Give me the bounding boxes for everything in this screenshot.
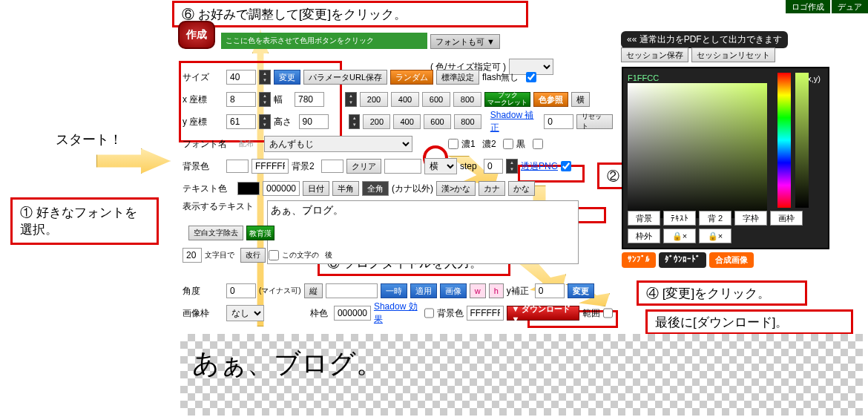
create-button[interactable]: 作成 — [178, 21, 215, 49]
apply-button[interactable]: 適用 — [410, 283, 437, 298]
n200b[interactable]: 200 — [363, 114, 390, 129]
flash-checkbox[interactable] — [526, 72, 536, 82]
thischar-label: この文字の — [282, 250, 322, 260]
n200a[interactable]: 200 — [360, 92, 388, 107]
angle-input[interactable] — [226, 283, 256, 298]
orange-pill-2[interactable]: 合成画像 — [709, 252, 754, 268]
color-hint-bar: ここに色を表示させて色用ボタンをクリック — [221, 33, 427, 49]
black-pill[interactable]: ﾀﾞｳﾝﾛｰﾄﾞ — [659, 252, 706, 268]
yoko-button[interactable]: 横 — [571, 92, 590, 107]
scope-checkbox[interactable] — [603, 308, 613, 318]
bg2-hex-input[interactable] — [384, 159, 421, 174]
n600b[interactable]: 600 — [424, 114, 451, 129]
picker-bg2-button[interactable]: 背 2 — [699, 211, 731, 226]
orange-pill-1[interactable]: ｻﾝﾌﾟﾙ — [622, 252, 656, 268]
trans-png-checkbox[interactable] — [561, 161, 571, 171]
random-button[interactable]: ランダム — [390, 70, 433, 85]
black-checkbox[interactable] — [533, 139, 543, 149]
edu-kanji-button[interactable]: 教育漢 — [246, 226, 274, 240]
height-label: 高さ — [274, 116, 296, 128]
picker-text-button[interactable]: ﾃｷｽﾄ — [663, 211, 696, 226]
bg2-swatch[interactable] — [321, 160, 343, 173]
n600a[interactable]: 600 — [422, 92, 450, 107]
picker-hue[interactable] — [777, 73, 791, 208]
std-button[interactable]: 標準設定 — [436, 70, 479, 85]
size-input[interactable] — [226, 70, 256, 85]
w-spinner[interactable] — [345, 92, 357, 107]
bg-swatch[interactable] — [226, 160, 249, 173]
textcolor-swatch[interactable] — [237, 182, 260, 195]
h-button[interactable]: h — [489, 283, 504, 298]
n400a[interactable]: 400 — [391, 92, 419, 107]
kana3-button[interactable]: かな — [508, 181, 535, 196]
picker-charframe-button[interactable]: 字枠 — [734, 211, 767, 226]
n800a[interactable]: 800 — [453, 92, 481, 107]
download-button[interactable]: ▼ ダウンロード ▼ — [507, 306, 579, 321]
font-mo-button[interactable]: フォントも可 ▼ — [430, 34, 500, 49]
color-ref-button[interactable]: 色参照 — [533, 92, 568, 107]
change-button-main[interactable]: 変更 — [568, 283, 594, 298]
picker-lock2-button[interactable]: 🔒× — [699, 229, 731, 243]
bgcolor2-input[interactable] — [467, 306, 504, 321]
session-save-button[interactable]: セッション保存 — [621, 47, 688, 62]
kan-kana-button[interactable]: 漢>かな — [436, 181, 476, 196]
n800b[interactable]: 800 — [454, 114, 481, 129]
num-input[interactable] — [183, 248, 202, 263]
image-button[interactable]: 画像 — [440, 283, 467, 298]
n400b[interactable]: 400 — [393, 114, 421, 129]
picker-bg-button[interactable]: 背景 — [628, 211, 660, 226]
shadow-effect-link[interactable]: Shadow 効果 — [374, 301, 421, 326]
nou2-checkbox[interactable] — [503, 139, 513, 149]
h-spinner[interactable] — [349, 114, 361, 129]
bg-hex-input[interactable] — [251, 159, 289, 174]
bookmarklet-button[interactable]: ブック マークレット — [484, 92, 530, 107]
frame-select[interactable]: なし — [226, 305, 264, 321]
half-button[interactable]: 半角 — [332, 181, 359, 196]
y-input[interactable] — [226, 114, 256, 129]
y-spinner[interactable] — [259, 114, 271, 129]
distrib-label: 配布 — [239, 139, 261, 149]
newline-button[interactable]: 改行 — [240, 248, 266, 263]
param-save-button[interactable]: パラメータURL保存 — [303, 70, 387, 85]
clear-button[interactable]: クリア — [346, 159, 381, 174]
shadow-effect-checkbox[interactable] — [424, 308, 434, 318]
reset-button[interactable]: リセット — [576, 114, 613, 129]
picker-lock1-button[interactable]: 🔒× — [663, 229, 696, 243]
picker-outframe-button[interactable]: 枠外 — [628, 229, 660, 243]
thischar-checkbox[interactable] — [269, 250, 279, 260]
picker-lum[interactable] — [795, 73, 809, 208]
ycorr-input[interactable] — [535, 283, 565, 298]
nou1-checkbox[interactable] — [448, 139, 458, 149]
change-button-1[interactable]: 変更 — [274, 70, 300, 85]
picker-imgframe-button[interactable]: 画枠 — [770, 211, 803, 226]
minus-label: (マイナス可) — [259, 286, 301, 296]
step-spinner[interactable] — [506, 159, 518, 174]
textcolor-hex-input[interactable] — [263, 181, 300, 196]
scope-label: 範囲 — [582, 307, 600, 320]
date-button[interactable]: 日付 — [303, 181, 329, 196]
topbar-logo[interactable]: ロゴ作成 — [786, 0, 830, 13]
yoko-select[interactable]: 横 — [424, 158, 457, 174]
topbar-dual[interactable]: デュア — [832, 0, 868, 13]
width-input[interactable] — [295, 92, 324, 107]
extra-input[interactable] — [326, 283, 378, 298]
height-input[interactable] — [299, 114, 329, 129]
size-spinner[interactable] — [259, 70, 271, 85]
full-button[interactable]: 全角 — [362, 181, 389, 196]
session-reset-button[interactable]: セッションリセット — [691, 47, 775, 62]
vert-button[interactable]: 縦 — [304, 283, 323, 298]
framecolor-input[interactable] — [334, 306, 371, 321]
x-input[interactable] — [226, 92, 256, 107]
picker-satval[interactable] — [628, 83, 767, 218]
angle-label: 角度 — [183, 285, 223, 298]
temp-button[interactable]: 一時 — [381, 283, 407, 298]
x-spinner[interactable] — [259, 92, 271, 107]
font-select[interactable]: あんずもじ — [264, 136, 412, 152]
kana-button[interactable]: カナ — [479, 181, 505, 196]
w-button[interactable]: w — [470, 283, 486, 298]
preview-area: あぁ、ブログ。 — [180, 334, 863, 416]
step-input[interactable] — [484, 159, 503, 174]
shadow-input[interactable] — [544, 114, 573, 129]
trans-png-link[interactable]: 透過PNG — [521, 160, 558, 173]
blank-remove-button[interactable]: 空白文字除去 — [188, 226, 243, 240]
